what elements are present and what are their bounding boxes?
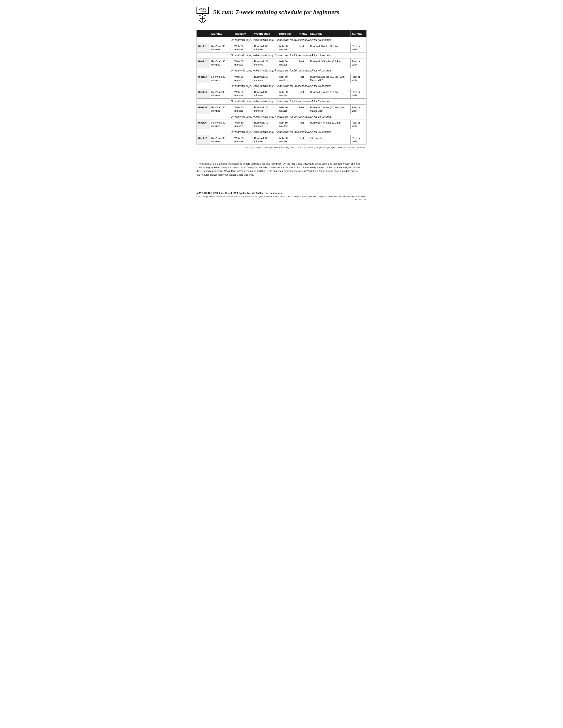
instruction-row-5: On run/walk days, walkers walk only. Run… <box>197 99 367 105</box>
friday-week6: Rest <box>297 120 309 129</box>
week-label-1: Week 1 <box>197 43 210 53</box>
wednesday-week3: Run/walk 30 minutes <box>252 74 277 83</box>
table-row-week5: Week 5Run/walk 30 minutesWalk 30 minutes… <box>197 104 367 114</box>
monday-week4: Run/walk 30 minutes <box>210 89 233 99</box>
instruction-text-week7: On run/walk days, walkers walk only. Run… <box>197 129 367 135</box>
instruction-text-week2: On run/walk days, walkers walk only. Run… <box>197 53 367 58</box>
sunday-week6: Rest or walk <box>351 120 366 129</box>
saturday-week7: 5K race day <box>309 135 351 144</box>
saturday-week6: Run/walk 4.5 miles (7.2 km) <box>309 120 351 129</box>
monday-week3: Run/walk 30 minutes <box>210 74 233 83</box>
thursday-week6: Walk 30 minutes <box>277 120 297 129</box>
tuesday-week2: Walk 30 minutes <box>233 58 252 68</box>
col-header-friday: Friday <box>297 30 309 37</box>
footer-id: MC0498-106 <box>196 199 367 201</box>
instruction-row-3: On run/walk days, walkers walk only. Run… <box>197 68 367 74</box>
instruction-text-week4: On run/walk days, walkers walk only. Run… <box>197 83 367 89</box>
footnote-text: *The Magic Mile is a training tool desig… <box>196 162 362 176</box>
monday-week7: Run/walk 30 minutes <box>210 135 233 144</box>
friday-week3: Rest <box>297 74 309 83</box>
thursday-week7: Walk 30 minutes <box>277 135 297 144</box>
saturday-week4: Run/walk 4 miles (6.4 km) <box>309 89 351 99</box>
monday-week6: Run/walk 30 minutes <box>210 120 233 129</box>
instruction-text-week3: On run/walk days, walkers walk only. Run… <box>197 68 367 74</box>
instruction-text-week5: On run/walk days, walkers walk only. Run… <box>197 99 367 105</box>
instruction-text-week1: On run/walk days, walkers walk only. Run… <box>197 37 367 43</box>
instruction-row-6: On run/walk days, walkers walk only. Run… <box>197 114 367 120</box>
wednesday-week4: Run/walk 30 minutes <box>252 89 277 99</box>
friday-week5: Rest <box>297 104 309 114</box>
page-footer: MAYO CLINIC | 200 First Street SW | Roch… <box>196 190 367 201</box>
footer-copyright: ©2011 Mayo Foundation for Medical Educat… <box>196 195 367 198</box>
saturday-week2: Run/walk 3.5 miles (5.6 km) <box>309 58 351 68</box>
thursday-week4: Walk 30 minutes <box>277 89 297 99</box>
logo-area: MAYO CLINIC <box>196 7 209 23</box>
page-header: MAYO CLINIC 5K run: 7-week training sche… <box>196 7 367 23</box>
monday-week2: Run/walk 30 minutes <box>210 58 233 68</box>
col-header-sunday: Sunday <box>351 30 366 37</box>
saturday-week3: Run/walk 2 miles (3.2 km) with Magic Mil… <box>309 74 351 83</box>
tuesday-week3: Walk 30 minutes <box>233 74 252 83</box>
table-row-week7: Week 7Run/walk 30 minutesWalk 30 minutes… <box>197 135 367 144</box>
instruction-row-4: On run/walk days, walkers walk only. Run… <box>197 83 367 89</box>
tuesday-week4: Walk 30 minutes <box>233 89 252 99</box>
sunday-week2: Rest or walk <box>351 58 366 68</box>
week-label-5: Week 5 <box>197 104 210 114</box>
wednesday-week1: Run/walk 30 minutes <box>252 43 277 53</box>
col-header-week <box>197 30 210 37</box>
col-header-wednesday: Wednesday <box>252 30 277 37</box>
week-label-3: Week 3 <box>197 74 210 83</box>
logo-line2: CLINIC <box>198 10 207 13</box>
table-row-week6: Week 6Run/walk 30 minutesWalk 30 minutes… <box>197 120 367 129</box>
table-row-week2: Week 2Run/walk 30 minutesWalk 30 minutes… <box>197 58 367 68</box>
sunday-week4: Rest or walk <box>351 89 366 99</box>
col-header-saturday: Saturday <box>309 30 351 37</box>
table-row-week1: Week 1Run/walk 30 minutesWalk 30 minutes… <box>197 43 367 53</box>
friday-week7: Rest <box>297 135 309 144</box>
wednesday-week6: Run/walk 30 minutes <box>252 120 277 129</box>
tuesday-week6: Walk 30 minutes <box>233 120 252 129</box>
thursday-week5: Walk 30 minutes <box>277 104 297 114</box>
tuesday-week5: Walk 30 minutes <box>233 104 252 114</box>
wednesday-week5: Run/walk 30 minutes <box>252 104 277 114</box>
sunday-week5: Rest or walk <box>351 104 366 114</box>
sunday-week3: Rest or walk <box>351 74 366 83</box>
logo-text: MAYO CLINIC <box>196 7 209 14</box>
logo-shield-icon <box>198 14 206 23</box>
instruction-text-week6: On run/walk days, walkers walk only. Run… <box>197 114 367 120</box>
table-header-row: Monday Tuesday Wednesday Thursday Friday… <box>197 30 367 37</box>
friday-week4: Rest <box>297 89 309 99</box>
schedule-table: Monday Tuesday Wednesday Thursday Friday… <box>196 30 367 144</box>
thursday-week1: Walk 30 minutes <box>277 43 297 53</box>
logo-line1: MAYO <box>198 8 206 10</box>
wednesday-week2: Run/walk 30 minutes <box>252 58 277 68</box>
col-header-monday: Monday <box>210 30 233 37</box>
instruction-row-2: On run/walk days, walkers walk only. Run… <box>197 53 367 58</box>
week-label-7: Week 7 <box>197 135 210 144</box>
source-citation: Source: Galloway, J. Galloway's 5K/10K R… <box>196 146 367 149</box>
saturday-week5: Run/walk 2 miles (3.2 km) with Magic Mil… <box>309 104 351 114</box>
sunday-week7: Rest or walk <box>351 135 366 144</box>
instruction-row-1: On run/walk days, walkers walk only. Run… <box>197 37 367 43</box>
wednesday-week7: Run/walk 30 minutes <box>252 135 277 144</box>
monday-week1: Run/walk 30 minutes <box>210 43 233 53</box>
thursday-week3: Walk 30 minutes <box>277 74 297 83</box>
week-label-2: Week 2 <box>197 58 210 68</box>
friday-week1: Rest <box>297 43 309 53</box>
saturday-week1: Run/walk 3 miles (4.8 km) <box>309 43 351 53</box>
thursday-week2: Walk 30 minutes <box>277 58 297 68</box>
table-row-week3: Week 3Run/walk 30 minutesWalk 30 minutes… <box>197 74 367 83</box>
instruction-row-7: On run/walk days, walkers walk only. Run… <box>197 129 367 135</box>
page-title: 5K run: 7-week training schedule for beg… <box>213 7 339 16</box>
col-header-tuesday: Tuesday <box>233 30 252 37</box>
tuesday-week1: Walk 30 minutes <box>233 43 252 53</box>
week-label-6: Week 6 <box>197 120 210 129</box>
tuesday-week7: Walk 30 minutes <box>233 135 252 144</box>
week-label-4: Week 4 <box>197 89 210 99</box>
footer-address: MAYO CLINIC | 200 First Street SW | Roch… <box>196 192 367 194</box>
col-header-thursday: Thursday <box>277 30 297 37</box>
friday-week2: Rest <box>297 58 309 68</box>
sunday-week1: Rest or walk <box>351 43 366 53</box>
monday-week5: Run/walk 30 minutes <box>210 104 233 114</box>
table-row-week4: Week 4Run/walk 30 minutesWalk 30 minutes… <box>197 89 367 99</box>
